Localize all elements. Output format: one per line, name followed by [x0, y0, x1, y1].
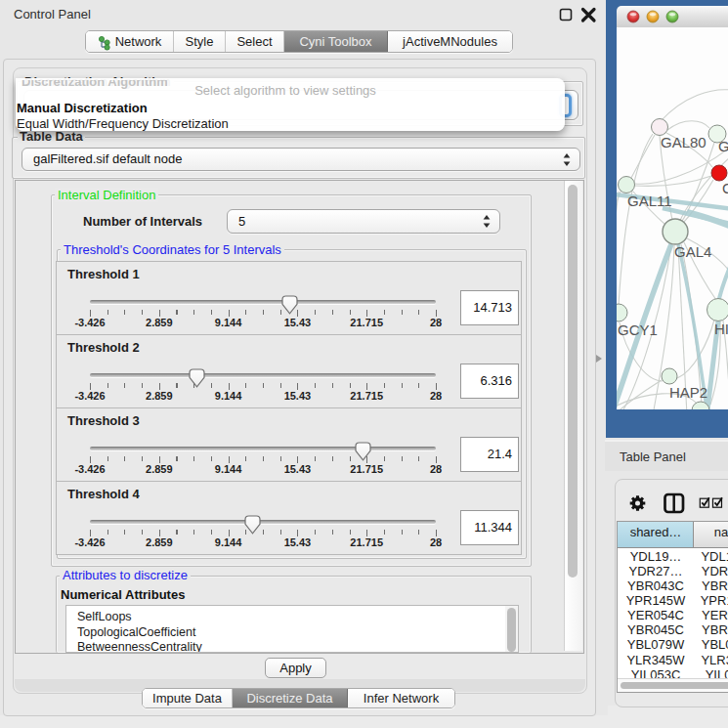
svg-text:HIS: HIS — [714, 321, 728, 337]
svg-text:GCY1: GCY1 — [618, 321, 658, 338]
svg-text:GAL11: GAL11 — [627, 193, 672, 209]
svg-text:GAL80: GAL80 — [661, 134, 707, 150]
svg-text:CDC: CDC — [722, 180, 728, 196]
svg-text:HAP2: HAP2 — [669, 384, 707, 401]
svg-text:GAL…: GAL… — [718, 138, 728, 154]
svg-text:GAL4: GAL4 — [674, 243, 711, 260]
